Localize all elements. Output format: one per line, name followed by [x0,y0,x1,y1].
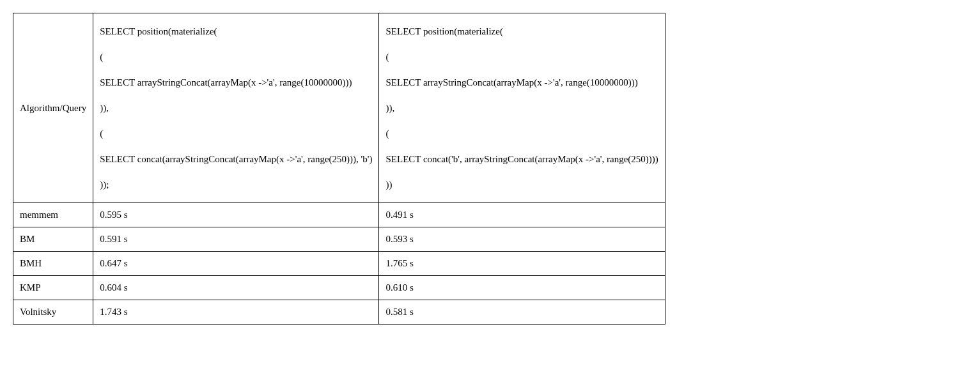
benchmark-table: Algorithm/Query SELECT position(material… [13,13,665,325]
query2-line: )), [385,95,658,121]
table-row: KMP 0.604 s 0.610 s [13,276,665,300]
header-label-cell: Algorithm/Query [13,13,93,203]
result-q2: 0.581 s [379,300,665,325]
table-row: Volnitsky 1.743 s 0.581 s [13,300,665,325]
query2-line: SELECT arrayStringConcat(arrayMap(x ->'a… [385,70,658,95]
result-q2: 0.610 s [379,276,665,300]
query2-line: ( [385,44,658,70]
query1-line: SELECT concat(arrayStringConcat(arrayMap… [100,146,372,172]
query1-line: ( [100,44,372,70]
query1-line: SELECT position(materialize( [100,19,372,44]
query2-line: SELECT position(materialize( [385,19,658,44]
query2-line: )) [385,172,658,197]
result-q2: 0.593 s [379,227,665,252]
algo-name: BMH [13,252,93,276]
table-row: BM 0.591 s 0.593 s [13,227,665,252]
algo-name: BM [13,227,93,252]
table-row: memmem 0.595 s 0.491 s [13,203,665,227]
header-label: Algorithm/Query [20,103,86,113]
query1-line: )), [100,95,372,121]
query2-line: ( [385,121,658,146]
query1-line: )); [100,172,372,197]
query1-cell: SELECT position(materialize( ( SELECT ar… [93,13,379,203]
result-q1: 0.604 s [93,276,379,300]
query2-line: SELECT concat('b', arrayStringConcat(arr… [385,146,658,172]
result-q2: 1.765 s [379,252,665,276]
query2-cell: SELECT position(materialize( ( SELECT ar… [379,13,665,203]
algo-name: Volnitsky [13,300,93,325]
result-q2: 0.491 s [379,203,665,227]
table-row: BMH 0.647 s 1.765 s [13,252,665,276]
result-q1: 0.591 s [93,227,379,252]
result-q1: 0.595 s [93,203,379,227]
algo-name: KMP [13,276,93,300]
result-q1: 1.743 s [93,300,379,325]
result-q1: 0.647 s [93,252,379,276]
table-header-row: Algorithm/Query SELECT position(material… [13,13,665,203]
algo-name: memmem [13,203,93,227]
query1-line: SELECT arrayStringConcat(arrayMap(x ->'a… [100,70,372,95]
query1-line: ( [100,121,372,146]
